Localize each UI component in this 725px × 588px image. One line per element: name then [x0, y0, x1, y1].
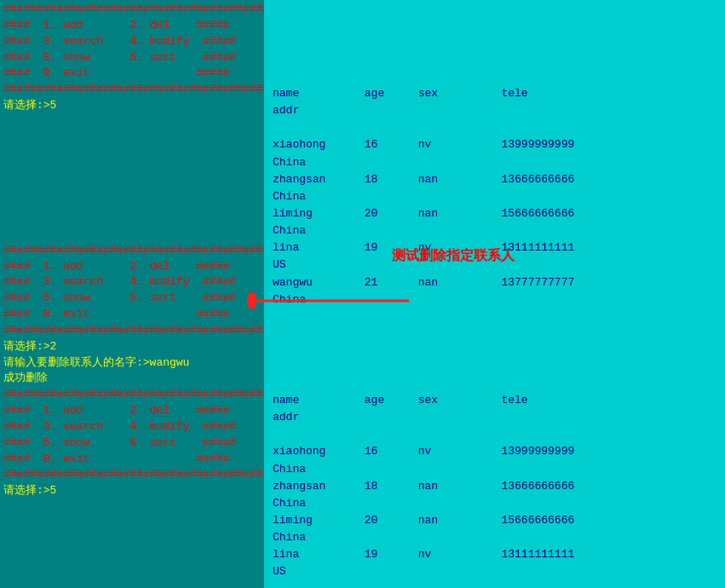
- table2-row4: lina 19 nv 13111111111 US: [273, 546, 725, 580]
- sep5: ########################################: [0, 387, 264, 403]
- blank3: [0, 147, 264, 163]
- table1-blank: [273, 119, 725, 136]
- blank13: [0, 564, 264, 580]
- prompt2: 请选择:>2: [0, 339, 264, 355]
- table2-header: name age sex tele addr: [273, 392, 725, 426]
- table2-row2: zhangsan 18 nan 13666666666 China: [273, 478, 725, 512]
- table1: name age sex tele addr xiaohong 16 nv 13…: [273, 85, 725, 308]
- menu1-line1: #### 1. add 2. del #####: [0, 18, 264, 34]
- blank6: [0, 194, 264, 210]
- blank8: [0, 227, 264, 243]
- menu3-line4: #### 0. exit #####: [0, 452, 264, 468]
- blank10: [0, 516, 264, 532]
- blank9: [0, 499, 264, 516]
- arrow-icon: [247, 288, 417, 314]
- table1-row2: zhangsan 18 nan 13666666666 China: [273, 171, 725, 205]
- menu1-line2: #### 3. search 4. modify #####: [0, 34, 264, 50]
- success-msg: 成功删除: [0, 371, 264, 387]
- menu2-line3: #### 5. show 6. sort #####: [0, 291, 264, 307]
- blank7: [0, 210, 264, 227]
- menu3-line2: #### 3. search 4. modify #####: [0, 419, 264, 435]
- table2: name age sex tele addr xiaohong 16 nv 13…: [273, 392, 725, 581]
- blank11: [0, 532, 264, 548]
- blank1: [0, 114, 264, 130]
- table2-blank: [273, 426, 725, 443]
- menu1-line3: #### 5. show 6. sort #####: [0, 50, 264, 66]
- sep6: ########################################: [0, 467, 264, 483]
- blank4: [0, 162, 264, 178]
- table1-header: name age sex tele addr: [273, 85, 725, 119]
- table2-row1: xiaohong 16 nv 13999999999 China: [273, 443, 725, 477]
- table1-row3: liming 20 nan 15666666666 China: [273, 205, 725, 239]
- terminal-panel: ########################################…: [0, 0, 264, 588]
- menu1-line4: #### 0. exit #####: [0, 66, 264, 82]
- sep3: ########################################: [0, 243, 264, 259]
- menu2-line1: #### 1. add 2. del #####: [0, 259, 264, 275]
- sep2: ########################################: [0, 82, 264, 98]
- menu3-line1: #### 1. add 2. del #####: [0, 403, 264, 419]
- delete-input: 请输入要删除联系人的名字:>wangwu: [0, 355, 264, 372]
- table2-row3: liming 20 nan 15666666666 China: [273, 512, 725, 546]
- menu2-line2: #### 3. search 4. modify #####: [0, 274, 264, 291]
- blank12: [0, 548, 264, 564]
- blank14: [0, 579, 264, 588]
- prompt3: 请选择:>5: [0, 483, 264, 499]
- sep4: ########################################: [0, 323, 264, 339]
- annotation-text: 测试删除指定联系人: [392, 247, 515, 265]
- sep1: ########################################: [0, 2, 264, 18]
- table1-row1: xiaohong 16 nv 13999999999 China: [273, 136, 725, 170]
- menu3-line3: #### 5. show 6. sort #####: [0, 435, 264, 452]
- blank2: [0, 130, 264, 147]
- prompt1: 请选择:>5: [0, 98, 264, 114]
- blank5: [0, 178, 264, 194]
- menu2-line4: #### 0. exit #####: [0, 307, 264, 323]
